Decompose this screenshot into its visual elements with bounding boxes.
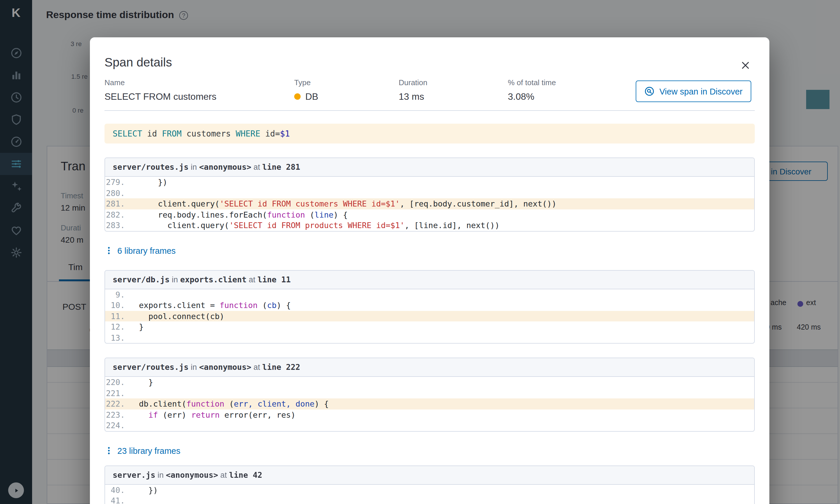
field-label: Type	[294, 78, 399, 87]
library-frames-toggle[interactable]: 23 library frames	[104, 445, 755, 456]
stack-dots-icon	[104, 446, 113, 455]
sql-segment: FROM	[162, 129, 187, 138]
line-number: 222.	[105, 398, 131, 409]
code-text	[131, 332, 139, 343]
line-number: 12.	[105, 321, 131, 332]
line-number: 221.	[105, 388, 131, 398]
frame-function: <anonymous>	[166, 470, 218, 479]
line-number: 11.	[105, 311, 131, 321]
code-line: 40. })	[105, 484, 754, 495]
code-line: 280.	[105, 187, 754, 198]
frame-word-in: in	[155, 470, 166, 479]
frame-file: server/routes.js	[113, 162, 189, 172]
code-text: if (err) return error(err, res)	[131, 409, 296, 420]
span-field-type: TypeDB	[294, 78, 399, 103]
frame-line: line 222	[262, 362, 300, 372]
frame-line: line 11	[258, 274, 291, 284]
stack-frame-code: 220. }221.222.db.client(function (err, c…	[105, 377, 754, 431]
code-text: }	[131, 321, 144, 332]
frame-function: <anonymous>	[199, 162, 251, 172]
frame-function: exports.client	[180, 274, 247, 284]
divider	[104, 110, 755, 111]
stack-frame-header: server/routes.js in <anonymous> at line …	[105, 358, 754, 377]
code-line: 220. }	[105, 377, 754, 388]
code-text: pool.connect(cb)	[131, 311, 225, 321]
stack-frame-code: 9.10.exports.client = function (cb) {11.…	[105, 289, 754, 343]
span-details-modal: Span details NameSELECT FROM customersTy…	[90, 37, 769, 504]
frame-file: server/db.js	[113, 274, 170, 284]
field-value-text: 13 ms	[399, 90, 424, 103]
code-line: 222.db.client(function (err, client, don…	[105, 398, 754, 409]
code-line: 281. client.query('SELECT id FROM custom…	[105, 198, 754, 209]
line-number: 279.	[105, 177, 131, 187]
stack-frame-code: 279. })280.281. client.query('SELECT id …	[105, 177, 754, 231]
code-text	[131, 388, 139, 398]
line-number: 9.	[105, 289, 131, 300]
frame-word-at: at	[218, 470, 229, 479]
code-text	[131, 289, 139, 300]
library-frames-label: 6 library frames	[117, 245, 176, 256]
code-text	[131, 495, 139, 504]
modal-title: Span details	[104, 37, 755, 70]
code-text	[131, 420, 139, 431]
frame-line: line 42	[229, 470, 262, 479]
line-number: 40.	[105, 484, 131, 495]
span-field-name: NameSELECT FROM customers	[104, 78, 294, 103]
frame-line: line 281	[262, 162, 300, 172]
code-text: client.query('SELECT id FROM customers W…	[131, 198, 557, 209]
code-line: 223. if (err) return error(err, res)	[105, 409, 754, 420]
stack-frame-code: 40. })41.42. next()	[105, 484, 754, 504]
view-span-label: View span in Discover	[659, 87, 742, 96]
stack-trace: server/routes.js in <anonymous> at line …	[104, 158, 755, 504]
sql-segment: WHERE	[236, 129, 265, 138]
code-line: 11. pool.connect(cb)	[105, 311, 754, 321]
code-text: })	[131, 177, 168, 187]
stack-frame: server/routes.js in <anonymous> at line …	[104, 158, 755, 231]
sql-segment: id	[147, 129, 162, 138]
library-frames-toggle[interactable]: 6 library frames	[104, 245, 755, 256]
frame-word-in: in	[189, 163, 199, 172]
code-text: })	[131, 484, 158, 495]
code-text: db.client(function (err, client, done) {	[131, 398, 329, 409]
frame-word-at: at	[251, 363, 262, 372]
span-field-duration: Duration13 ms	[399, 78, 508, 103]
field-value-text: 3.08%	[508, 90, 535, 103]
code-line: 279. })	[105, 177, 754, 187]
stack-dots-icon	[104, 246, 113, 255]
stack-frame: server/db.js in exports.client at line 1…	[104, 270, 755, 344]
code-text: req.body.lines.forEach(function (line) {	[131, 209, 348, 220]
stack-frame-header: server/db.js in exports.client at line 1…	[105, 270, 754, 289]
line-number: 220.	[105, 377, 131, 388]
line-number: 283.	[105, 220, 131, 231]
field-value: 13 ms	[399, 90, 508, 103]
code-line: 10.exports.client = function (cb) {	[105, 300, 754, 311]
line-number: 13.	[105, 332, 131, 343]
stack-frame: server.js in <anonymous> at line 4240. }…	[104, 465, 755, 504]
library-frames-label: 23 library frames	[117, 445, 180, 456]
span-sql-statement: SELECT id FROM customers WHERE id=$1	[104, 124, 755, 144]
frame-function: <anonymous>	[199, 362, 251, 372]
field-label: Duration	[399, 78, 508, 87]
sql-segment: customers	[187, 129, 236, 138]
discover-icon	[644, 86, 654, 96]
close-button[interactable]	[740, 59, 752, 71]
view-span-in-discover-button[interactable]: View span in Discover	[635, 80, 751, 102]
code-line: 9.	[105, 289, 754, 300]
sql-segment: id=	[265, 129, 280, 138]
field-value-text: SELECT FROM customers	[104, 90, 216, 103]
line-number: 282.	[105, 209, 131, 220]
field-value-text: DB	[305, 90, 318, 103]
line-number: 280.	[105, 187, 131, 198]
frame-file: server.js	[113, 470, 155, 479]
code-line: 282. req.body.lines.forEach(function (li…	[105, 209, 754, 220]
code-text: exports.client = function (cb) {	[131, 300, 291, 311]
stack-frame-header: server/routes.js in <anonymous> at line …	[105, 158, 754, 177]
stack-frame-header: server.js in <anonymous> at line 42	[105, 466, 754, 484]
code-line: 224.	[105, 420, 754, 431]
frame-file: server/routes.js	[113, 362, 189, 372]
line-number: 223.	[105, 409, 131, 420]
field-value: DB	[294, 90, 399, 103]
frame-word-at: at	[251, 163, 262, 172]
line-number: 281.	[105, 198, 131, 209]
code-line: 221.	[105, 388, 754, 398]
